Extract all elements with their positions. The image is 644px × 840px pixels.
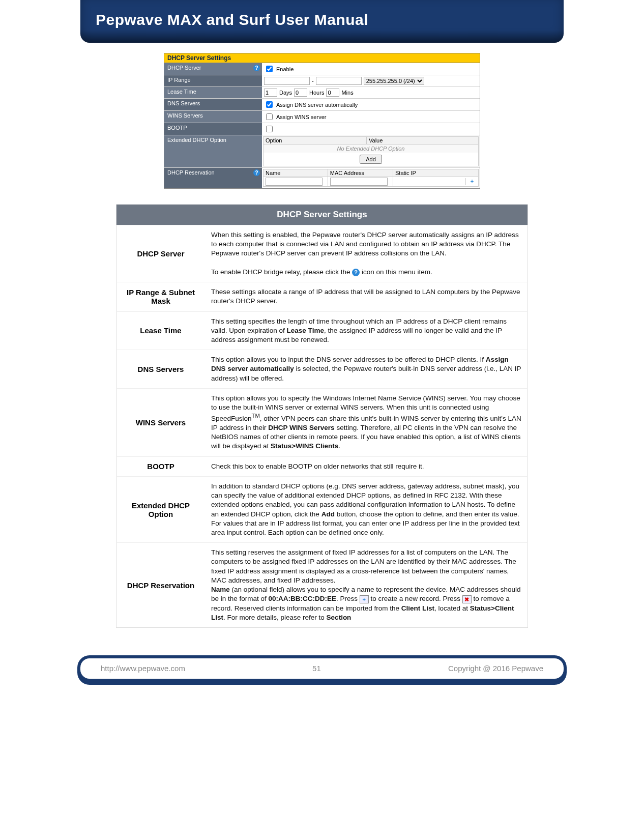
resv-col-mac: MAC Address — [328, 169, 393, 177]
wins-checkbox[interactable] — [266, 113, 273, 120]
lease-hours-input[interactable] — [294, 89, 307, 97]
document-title: Pepwave MAX and Surf User Manual — [96, 11, 548, 28]
desc-label-resv: DHCP Reservation — [116, 543, 206, 628]
desc-label-ip-range: IP Range & Subnet Mask — [116, 282, 206, 311]
desc-body-dns: This option allows you to input the DNS … — [205, 350, 528, 389]
dns-auto-label: Assign DNS server automatically — [276, 102, 358, 108]
wins-label: Assign WINS server — [276, 114, 326, 120]
document-footer: http://www.pepwave.com 51 Copyright @ 20… — [80, 658, 564, 689]
row-label-dns: DNS Servers — [164, 99, 262, 110]
dhcp-settings-panel: DHCP Server Settings DHCP Server ? Enabl… — [164, 53, 480, 189]
row-label-bootp: BOOTP — [164, 123, 262, 135]
resv-name-input[interactable] — [266, 178, 323, 186]
desc-label-bootp: BOOTP — [116, 456, 206, 476]
help-icon[interactable]: ? — [253, 169, 260, 176]
description-table: DHCP Server Settings DHCP Server When th… — [116, 204, 528, 628]
desc-body-resv: This setting reserves the assignment of … — [205, 543, 528, 628]
lease-mins-input[interactable] — [326, 89, 339, 97]
desc-label-lease: Lease Time — [116, 311, 206, 350]
ext-col-value: Value — [367, 137, 479, 144]
ip-range-end-input[interactable] — [316, 77, 362, 85]
delete-icon: ✖ — [462, 595, 472, 603]
desc-body-ext: In addition to standard DHCP options (e.… — [205, 476, 528, 542]
desc-label-ext: Extended DHCP Option — [116, 476, 206, 542]
resv-col-ip: Static IP — [393, 169, 479, 177]
plus-icon: + — [360, 595, 369, 603]
desc-label-dhcp-server: DHCP Server — [116, 225, 206, 282]
desc-body-lease: This setting specifies the length of tim… — [205, 311, 528, 350]
reservation-table: Name MAC Address Static IP + — [263, 169, 479, 187]
days-label: Days — [279, 90, 292, 96]
ext-empty-message: No Extended DHCP Option — [263, 144, 479, 153]
row-label-dhcp-server: DHCP Server ? — [164, 63, 262, 75]
dns-auto-checkbox[interactable] — [266, 101, 273, 108]
plus-icon[interactable]: + — [466, 178, 478, 185]
resv-col-name: Name — [264, 169, 328, 177]
desc-table-title: DHCP Server Settings — [116, 205, 528, 225]
footer-url: http://www.pepwave.com — [101, 664, 185, 673]
resv-ip-input[interactable] — [393, 178, 466, 185]
lease-days-input[interactable] — [264, 89, 277, 97]
row-label-lease-time: Lease Time — [164, 87, 262, 98]
ext-option-table: Option Value — [263, 136, 479, 144]
desc-label-wins: WINS Servers — [116, 388, 206, 456]
bootp-checkbox[interactable] — [266, 126, 273, 132]
desc-body-dhcp-server: When this setting is enabled, the Pepwav… — [205, 225, 528, 282]
hours-label: Hours — [309, 90, 324, 96]
row-label-ip-range: IP Range — [164, 75, 262, 86]
row-label-ext-dhcp: Extended DHCP Option — [164, 135, 262, 167]
document-header: Pepwave MAX and Surf User Manual — [80, 0, 564, 43]
row-label-wins: WINS Servers — [164, 111, 262, 123]
dhcp-enable-checkbox[interactable] — [266, 66, 273, 72]
row-label-dhcp-resv: DHCP Reservation ? — [164, 168, 262, 188]
desc-label-dns: DNS Servers — [116, 350, 206, 389]
dash-label: - — [312, 78, 314, 84]
panel-title: DHCP Server Settings — [164, 53, 480, 63]
add-button[interactable]: Add — [360, 155, 382, 164]
desc-body-bootp: Check this box to enable BOOTP on older … — [205, 456, 528, 476]
desc-body-ip-range: These settings allocate a range of IP ad… — [205, 282, 528, 311]
footer-page-number: 51 — [312, 664, 321, 673]
ip-range-start-input[interactable] — [264, 77, 310, 85]
help-icon[interactable]: ? — [253, 65, 260, 71]
ext-col-option: Option — [264, 137, 367, 144]
mins-label: Mins — [341, 90, 353, 96]
footer-copyright: Copyright @ 2016 Pepwave — [448, 664, 543, 673]
desc-body-wins: This option allows you to specify the Wi… — [205, 388, 528, 456]
help-icon: ? — [352, 269, 360, 276]
subnet-mask-select[interactable]: 255.255.255.0 (/24) — [364, 77, 424, 85]
resv-mac-input[interactable] — [330, 178, 388, 186]
enable-label: Enable — [276, 66, 294, 72]
